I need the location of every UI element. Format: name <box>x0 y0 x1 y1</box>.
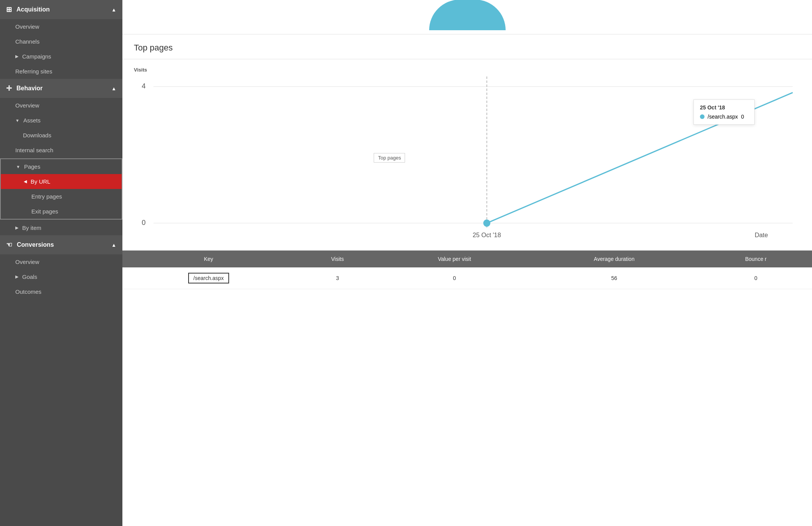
svg-text:25 Oct '18: 25 Oct '18 <box>473 231 501 237</box>
sidebar-item-acq-channels[interactable]: Channels <box>0 34 122 49</box>
conversions-icon: ☜ <box>6 241 12 249</box>
sidebar-item-conv-outcomes[interactable]: Outcomes <box>0 284 122 299</box>
data-table: Key Visits Value per visit Average durat… <box>122 251 812 289</box>
col-value-per-visit: Value per visit <box>380 251 529 267</box>
conversions-chevron: ▲ <box>111 242 116 248</box>
by-item-arrow-icon: ▶ <box>15 225 18 230</box>
top-chart-area <box>122 0 812 34</box>
sidebar-item-beh-overview[interactable]: Overview <box>0 98 122 113</box>
behavior-label: Behavior <box>16 85 42 92</box>
chart-svg-wrapper: 4 0 25 Oct '18 Date 25 Oct '18 <box>134 77 801 237</box>
chart-tooltip: 25 Oct '18 /search.aspx 0 <box>693 99 755 125</box>
sidebar-item-beh-by-url[interactable]: ◀ By URL <box>1 174 122 189</box>
goals-arrow-icon: ▶ <box>15 274 18 279</box>
svg-point-5 <box>483 220 490 227</box>
cell-avg-duration: 56 <box>529 267 700 289</box>
sidebar-item-conv-goals[interactable]: ▶ Goals <box>0 269 122 284</box>
col-visits: Visits <box>295 251 380 267</box>
tooltip-dot <box>700 114 705 119</box>
sidebar-item-acq-referring[interactable]: Referring sites <box>0 64 122 79</box>
behavior-icon: ✛ <box>6 84 12 93</box>
sidebar-item-conv-overview[interactable]: Overview <box>0 254 122 269</box>
svg-text:4: 4 <box>142 82 145 90</box>
table-row: /search.aspx 3 0 56 0 <box>122 267 812 289</box>
sidebar-section-behavior[interactable]: ✛ Behavior ▲ <box>0 79 122 98</box>
tooltip-item-value: 0 <box>741 114 744 120</box>
sidebar-item-beh-exit-pages[interactable]: Exit pages <box>1 204 122 219</box>
sidebar-item-beh-entry-pages[interactable]: Entry pages <box>1 189 122 204</box>
pages-arrow-icon: ▼ <box>16 164 20 169</box>
acquisition-icon: ⊞ <box>6 5 12 14</box>
sidebar-item-beh-assets[interactable]: ▼ Assets <box>0 113 122 128</box>
top-chart-arc <box>429 0 506 30</box>
col-avg-duration: Average duration <box>529 251 700 267</box>
acquisition-chevron: ▲ <box>111 7 116 13</box>
tooltip-item: /search.aspx 0 <box>700 114 748 120</box>
cell-key: /search.aspx <box>122 267 295 289</box>
col-bounce-rate: Bounce r <box>700 251 812 267</box>
chart-legend-label: Top pages <box>374 153 405 163</box>
behavior-chevron: ▲ <box>111 86 116 91</box>
tooltip-item-label: /search.aspx <box>708 114 738 120</box>
data-table-container: Key Visits Value per visit Average durat… <box>122 251 812 289</box>
acquisition-label: Acquisition <box>16 6 50 13</box>
svg-text:Date: Date <box>755 231 768 237</box>
cell-value-per-visit: 0 <box>380 267 529 289</box>
assets-arrow-icon: ▼ <box>15 118 20 123</box>
chart-container: Visits 4 0 25 Oct '18 Dat <box>122 59 812 251</box>
conversions-label: Conversions <box>17 241 54 248</box>
sidebar-item-beh-pages[interactable]: ▼ Pages <box>1 159 122 174</box>
svg-text:0: 0 <box>142 218 145 226</box>
main-content: Top pages Visits 4 0 25 Oct '18 <box>122 0 812 526</box>
tooltip-date: 25 Oct '18 <box>700 104 748 111</box>
by-url-arrow-icon: ◀ <box>24 179 27 184</box>
sidebar-item-acq-overview[interactable]: Overview <box>0 19 122 34</box>
campaigns-arrow-icon: ▶ <box>15 54 18 59</box>
sidebar-item-acq-campaigns[interactable]: ▶ Campaigns <box>0 49 122 64</box>
sidebar: ⊞ Acquisition ▲ Overview Channels ▶ Camp… <box>0 0 122 526</box>
sidebar-item-beh-internal-search[interactable]: Internal search <box>0 143 122 158</box>
sidebar-item-beh-by-item[interactable]: ▶ By item <box>0 220 122 235</box>
chart-y-label: Visits <box>134 67 801 73</box>
col-key: Key <box>122 251 295 267</box>
sidebar-section-acquisition[interactable]: ⊞ Acquisition ▲ <box>0 0 122 19</box>
sidebar-item-beh-downloads[interactable]: Downloads <box>0 128 122 143</box>
page-title: Top pages <box>122 34 812 59</box>
cell-visits: 3 <box>295 267 380 289</box>
key-value: /search.aspx <box>188 273 229 283</box>
sidebar-section-conversions[interactable]: ☜ Conversions ▲ <box>0 235 122 254</box>
cell-bounce-rate: 0 <box>700 267 812 289</box>
